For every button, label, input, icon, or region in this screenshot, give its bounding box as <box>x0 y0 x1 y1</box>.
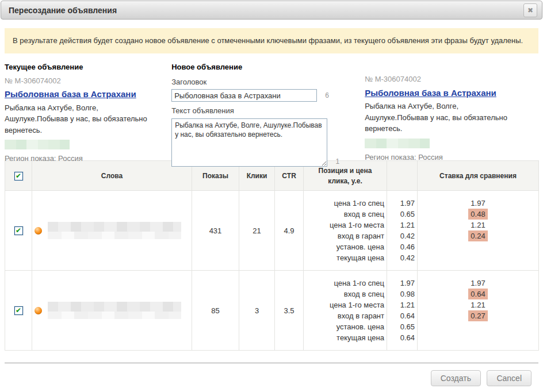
dialog-recreate-ad: Пересоздание объявления ✖ В результате д… <box>0 1 543 386</box>
current-ad-redacted-block <box>5 140 70 149</box>
highlighted-bid: 0.27 <box>468 310 488 321</box>
table-row: ✔ 431 21 4.9 цена 1-го спец вход в спец … <box>5 191 539 271</box>
highlighted-bid: 0.64 <box>468 289 488 299</box>
row2-keyword-cell <box>32 271 192 351</box>
row2-position-labels: цена 1-го спец вход в спец цена 1-го мес… <box>304 271 387 351</box>
footer: Создать Cancel <box>0 363 543 386</box>
close-icon[interactable]: ✖ <box>523 3 537 17</box>
row1-compare-values: 1.97 0.48 1.21 0.24 <box>418 191 539 271</box>
text-field-label: Текст объявления <box>171 105 339 117</box>
row1-checkbox-cell: ✔ <box>5 191 32 271</box>
dialog-titlebar: Пересоздание объявления ✖ <box>1 1 542 20</box>
preview-ad-redacted-block <box>365 139 430 148</box>
row1-clicks: 21 <box>239 191 275 271</box>
header-words: Слова <box>32 161 192 191</box>
current-ad-region: Регион показа: Россия <box>5 153 165 164</box>
row2-clicks: 3 <box>239 271 275 351</box>
notice-banner: В результате действия будет создано ново… <box>5 28 538 53</box>
notice-text: В результате действия будет создано ново… <box>13 36 523 45</box>
header-position-value <box>387 161 418 191</box>
current-ad-panel: Текущее объявление № М-306074002 Рыболов… <box>5 62 165 164</box>
select-all-checkbox[interactable]: ✔ <box>14 172 23 180</box>
ad-columns: Текущее объявление № М-306074002 Рыболов… <box>5 62 538 160</box>
preview-ad-body: Рыбалка на Ахтубе, Волге, Ашулуке.Побыва… <box>365 101 508 134</box>
highlighted-bid: 0.24 <box>468 230 488 241</box>
keywords-table: ✔ Слова Показы Клики CTR Позиция и цена … <box>5 160 539 351</box>
create-button[interactable]: Создать <box>431 370 481 386</box>
table-row: ✔ 85 3 3.5 цена 1-го спец вход в спец це… <box>5 271 539 351</box>
header-checkbox-cell: ✔ <box>5 161 32 191</box>
preview-ad-title-link[interactable]: Рыболовная база в Астрахани <box>365 87 496 100</box>
row2-checkbox-cell: ✔ <box>5 271 32 351</box>
keyword-help-icon[interactable] <box>35 227 42 235</box>
new-ad-form: Новое объявление Заголовок 6 Текст объяв… <box>171 62 339 167</box>
highlighted-bid: 0.48 <box>468 209 488 220</box>
current-ad-body: Рыбалка на Ахтубе, Волге, Ашулуке.Побыва… <box>5 102 148 136</box>
new-ad-heading: Новое объявление <box>171 62 339 73</box>
row2-position-values: 1.97 0.98 1.21 0.64 0.65 0.64 <box>387 271 418 351</box>
row1-position-labels: цена 1-го спец вход в спец цена 1-го мес… <box>304 191 387 271</box>
row2-checkbox[interactable]: ✔ <box>14 306 23 315</box>
dialog-title: Пересоздание объявления <box>9 6 117 15</box>
row1-checkbox[interactable]: ✔ <box>14 226 23 235</box>
current-ad-heading: Текущее объявление <box>5 62 165 73</box>
preview-ad-number: № М-306074002 <box>365 74 538 85</box>
current-ad-title-link[interactable]: Рыболовная база в Астрахани <box>5 88 136 101</box>
current-ad-number: № М-306074002 <box>5 75 165 87</box>
preview-ad-region: Регион показа: Россия <box>365 152 538 163</box>
title-input[interactable] <box>171 89 317 102</box>
row1-ctr: 4.9 <box>275 191 304 271</box>
ad-text-textarea[interactable]: Рыбалка на Ахтубе, Волге, Ашулуке.Побыва… <box>171 118 327 167</box>
title-field-label: Заголовок <box>171 76 339 88</box>
title-char-counter: 6 <box>325 90 329 101</box>
row1-position-values: 1.97 0.65 1.21 0.42 0.46 0.42 <box>387 191 418 271</box>
row2-shows: 85 <box>192 271 239 351</box>
row1-shows: 431 <box>192 191 239 271</box>
row2-ctr: 3.5 <box>275 271 304 351</box>
row2-keyword-redacted <box>48 302 181 319</box>
new-ad-preview: № М-306074002 Рыболовная база в Астрахан… <box>365 62 538 163</box>
header-compare: Ставка для сравнения <box>418 161 539 191</box>
keyword-help-icon[interactable] <box>35 307 42 314</box>
cancel-button[interactable]: Cancel <box>487 370 531 386</box>
row2-compare-values: 1.97 0.64 1.21 0.27 <box>418 271 539 351</box>
row1-keyword-redacted <box>48 222 181 239</box>
row1-keyword-cell <box>32 191 192 271</box>
text-char-counter: 1 <box>335 156 339 167</box>
